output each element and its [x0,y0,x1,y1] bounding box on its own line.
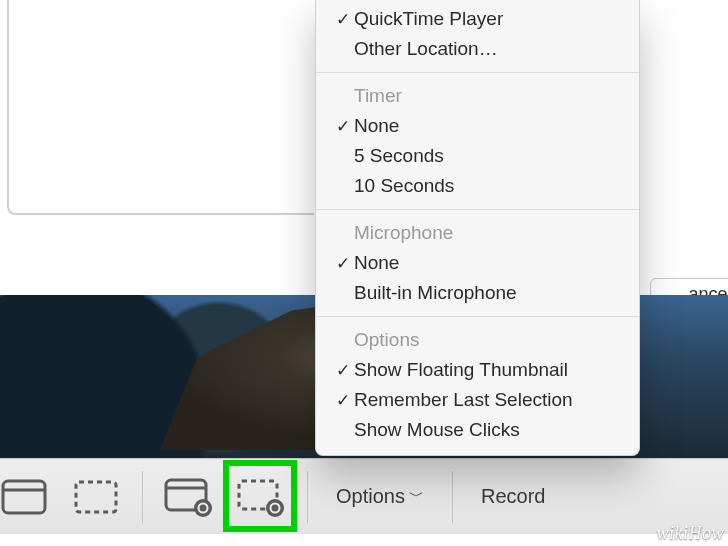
record-entire-screen-button[interactable] [153,469,225,525]
menu-item-label: Other Location… [354,38,625,60]
toolbar-divider [307,471,308,523]
checkmark-icon: ✓ [332,360,354,381]
menu-item-timer-none[interactable]: ✓ None [316,111,639,141]
selection-icon [72,477,120,517]
checkmark-icon: ✓ [332,116,354,137]
checkmark-icon: ✓ [332,253,354,274]
menu-item-label: 10 Seconds [354,175,625,197]
menu-separator [316,209,639,210]
svg-point-11 [272,504,279,511]
menu-item-label: None [354,252,625,274]
menu-item-floating-thumbnail[interactable]: ✓ Show Floating Thumbnail [316,355,639,385]
record-window-icon [163,475,215,519]
menu-section-options: Options [316,325,639,355]
capture-selected-portion-button[interactable] [60,469,132,525]
checkmark-icon: ✓ [332,9,354,30]
toolbar-divider [142,471,143,523]
menu-section-microphone: Microphone [316,218,639,248]
menu-item-label: Show Floating Thumbnail [354,359,625,381]
menu-item-mic-builtin[interactable]: Built-in Microphone [316,278,639,308]
record-button-label: Record [481,485,545,508]
record-button[interactable]: Record [463,469,563,525]
options-button[interactable]: Options ﹀ [318,469,442,525]
menu-item-label: None [354,115,625,137]
menu-section-timer: Timer [316,81,639,111]
record-selection-icon [235,475,287,519]
wikihow-watermark: wikiHow [656,523,724,544]
dialog-frame-outline [7,0,314,215]
svg-point-7 [200,504,207,511]
menu-separator [316,72,639,73]
options-button-label: Options [336,485,405,508]
menu-item-other-location[interactable]: Other Location… [316,34,639,64]
menu-item-label: Remember Last Selection [354,389,625,411]
menu-item-mic-none[interactable]: ✓ None [316,248,639,278]
record-selected-portion-button[interactable] [225,469,297,525]
checkmark-icon: ✓ [332,390,354,411]
menu-item-label: 5 Seconds [354,145,625,167]
tutorial-dash-line [0,534,728,537]
options-menu: ✓ QuickTime Player Other Location… Timer… [315,0,640,456]
menu-item-label: Built-in Microphone [354,282,625,304]
menu-item-remember-selection[interactable]: ✓ Remember Last Selection [316,385,639,415]
svg-rect-0 [3,481,45,513]
menu-item-label: Show Mouse Clicks [354,419,625,441]
menu-separator [316,316,639,317]
capture-entire-screen-button[interactable] [0,469,60,525]
menu-item-show-mouse-clicks[interactable]: Show Mouse Clicks [316,415,639,445]
menu-item-timer-5s[interactable]: 5 Seconds [316,141,639,171]
menu-item-label: QuickTime Player [354,8,625,30]
window-icon [0,477,48,517]
screenshot-toolbar: Options ﹀ Record [0,458,728,534]
menu-item-quicktime-player[interactable]: ✓ QuickTime Player [316,4,639,34]
chevron-down-icon: ﹀ [409,487,424,506]
menu-item-timer-10s[interactable]: 10 Seconds [316,171,639,201]
toolbar-divider [452,471,453,523]
svg-rect-2 [76,482,116,512]
